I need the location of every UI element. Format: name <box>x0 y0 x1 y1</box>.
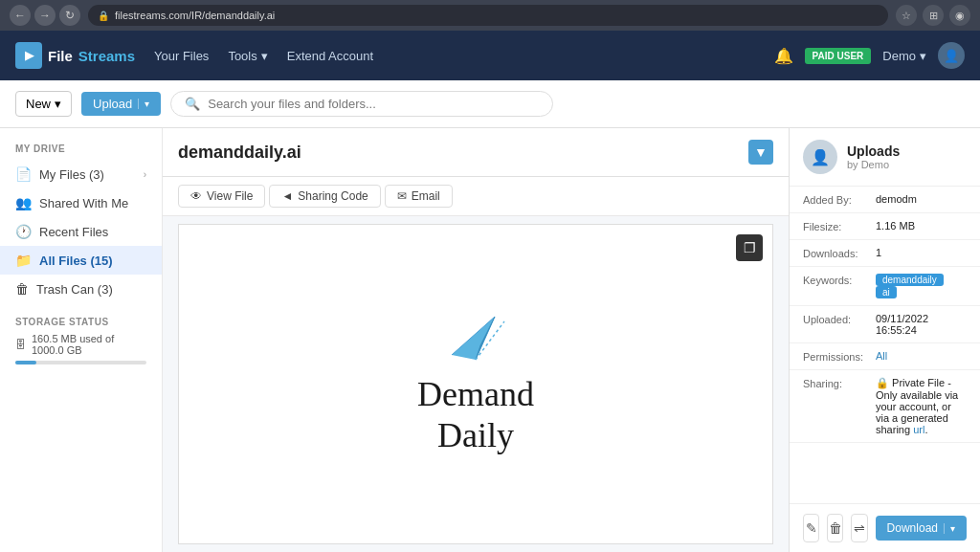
all-files-count: (15) <box>90 254 112 268</box>
shared-label: Shared With Me <box>39 196 128 210</box>
browser-icons: ☆ ⊞ ◉ <box>896 5 970 26</box>
sharing-code-button[interactable]: ◄ Sharing Code <box>269 185 380 208</box>
added-by-label: Added By: <box>803 193 868 206</box>
extensions-icon[interactable]: ⊞ <box>923 5 944 26</box>
preview-content: Demand Daily <box>417 225 534 543</box>
email-icon: ✉ <box>397 189 407 203</box>
nav-extend-account[interactable]: Extend Account <box>287 49 373 63</box>
downloads-value: 1 <box>876 247 967 258</box>
sharing-code-label: Sharing Code <box>298 189 368 203</box>
search-input[interactable] <box>208 97 539 111</box>
keywords-label: Keywords: <box>803 274 868 286</box>
download-button[interactable]: Download ▾ <box>876 516 967 541</box>
toolbar: New ▾ Upload ▾ 🔍 <box>0 80 980 128</box>
edit-button[interactable]: ✎ <box>803 514 819 542</box>
uploaded-label: Uploaded: <box>803 313 868 325</box>
permissions-link[interactable]: All <box>876 350 887 362</box>
keyword-demanddaily: demanddaily <box>876 274 944 286</box>
view-file-label: View File <box>207 189 253 203</box>
permissions-value: All <box>876 350 967 362</box>
sharing-code-icon: ◄ <box>281 189 293 203</box>
meta-row-added-by: Added By: demodm <box>790 187 980 213</box>
sharing-url-link[interactable]: url <box>913 424 924 435</box>
browser-nav-buttons: ← → ↻ <box>10 5 80 26</box>
share-button[interactable]: ⇌ <box>851 514 867 542</box>
notification-bell[interactable]: 🔔 <box>774 47 793 65</box>
address-bar[interactable]: 🔒 filestreams.com/IR/demanddaily.ai <box>88 5 888 26</box>
sidebar-item-recent-files[interactable]: 🕐 Recent Files <box>0 217 162 246</box>
file-meta: Added By: demodm Filesize: 1.16 MB Downl… <box>790 187 980 503</box>
uploaded-value: 09/11/2022 16:55:24 <box>876 313 967 336</box>
file-header: demanddaily.ai ▼ <box>163 128 789 177</box>
email-label: Email <box>412 189 440 203</box>
nav-links: Your Files Tools ▾ Extend Account <box>154 49 755 63</box>
upload-button[interactable]: Upload ▾ <box>81 92 161 116</box>
keyword-ai: ai <box>876 286 897 298</box>
uploads-avatar: 👤 <box>803 140 837 174</box>
new-arrow-icon: ▾ <box>55 97 61 111</box>
paper-plane-icon <box>442 312 509 364</box>
logo-streams-text: Streams <box>78 48 135 64</box>
header-right: 🔔 PAID USER Demo ▾ 👤 <box>774 42 965 69</box>
download-label: Download <box>887 521 938 535</box>
trash-count: (3) <box>98 282 113 297</box>
storage-used-text: 160.5 MB used of 1000.0 GB <box>32 333 146 356</box>
expand-icon[interactable]: ❐ <box>736 234 763 261</box>
demand-daily-preview: Demand Daily <box>417 374 534 456</box>
file-header-expand-btn[interactable]: ▼ <box>748 140 773 165</box>
avatar: 👤 <box>938 42 965 69</box>
sidebar-item-shared-with-me[interactable]: 👥 Shared With Me <box>0 188 162 217</box>
view-file-button[interactable]: 👁 View File <box>178 185 265 208</box>
storage-bar <box>15 361 146 364</box>
storage-info: 🗄 160.5 MB used of 1000.0 GB <box>15 333 146 356</box>
back-button[interactable]: ← <box>10 5 31 26</box>
user-menu-arrow: ▾ <box>920 49 926 63</box>
storage-bar-fill <box>15 361 36 364</box>
email-button[interactable]: ✉ Email <box>385 185 453 208</box>
profile-icon[interactable]: ◉ <box>949 5 970 26</box>
nav-your-files[interactable]: Your Files <box>154 49 209 63</box>
right-panel: 👤 Uploads by Demo Added By: demodm Files… <box>789 128 980 552</box>
meta-row-sharing: Sharing: 🔒 Private File - Only available… <box>790 370 980 443</box>
search-icon: 🔍 <box>185 97 200 111</box>
user-name: Demo <box>882 49 916 63</box>
storage-title: STORAGE STATUS <box>15 317 146 327</box>
sharing-value: 🔒 Private File - Only available via your… <box>876 377 967 435</box>
reload-button[interactable]: ↻ <box>59 5 80 26</box>
filesize-value: 1.16 MB <box>876 220 967 232</box>
sidebar-item-all-files[interactable]: 📁 All Files (15) <box>0 246 162 275</box>
meta-row-permissions: Permissions: All <box>790 343 980 370</box>
lock-icon: 🔒 <box>98 11 109 21</box>
upload-dropdown-arrow: ▾ <box>138 99 149 109</box>
delete-button[interactable]: 🗑 <box>827 514 843 542</box>
nav-tools[interactable]: Tools ▾ <box>228 49 267 63</box>
trash-label: Trash Can (3) <box>36 282 113 297</box>
download-arrow: ▾ <box>944 523 955 534</box>
forward-button[interactable]: → <box>34 5 56 26</box>
browser-bar: ← → ↻ 🔒 filestreams.com/IR/demanddaily.a… <box>0 0 980 31</box>
preview-area: ❐ Demand Daily <box>178 224 773 544</box>
search-bar[interactable]: 🔍 <box>170 91 553 117</box>
sharing-label: Sharing: <box>803 377 868 389</box>
user-menu[interactable]: Demo ▾ <box>882 49 926 63</box>
filesize-label: Filesize: <box>803 220 868 232</box>
meta-row-downloads: Downloads: 1 <box>790 240 980 267</box>
bookmark-icon[interactable]: ☆ <box>896 5 917 26</box>
new-button[interactable]: New ▾ <box>15 91 72 117</box>
file-title: demanddaily.ai <box>178 143 301 163</box>
meta-row-filesize: Filesize: 1.16 MB <box>790 213 980 240</box>
my-files-icon: 📄 <box>15 166 32 182</box>
meta-row-keywords: Keywords: demanddaily ai <box>790 267 980 306</box>
file-actions: 👁 View File ◄ Sharing Code ✉ Email <box>163 177 789 216</box>
sidebar: MY DRIVE 📄 My Files (3) › 👥 Shared With … <box>0 128 163 552</box>
main-layout: MY DRIVE 📄 My Files (3) › 👥 Shared With … <box>0 128 980 552</box>
sidebar-item-trash[interactable]: 🗑 Trash Can (3) <box>0 275 162 303</box>
view-file-icon: 👁 <box>190 189 202 203</box>
my-drive-title: MY DRIVE <box>0 140 162 160</box>
sidebar-item-my-files[interactable]: 📄 My Files (3) › <box>0 160 162 188</box>
my-files-count: (3) <box>89 167 104 182</box>
logo-file-text: File <box>48 48 73 64</box>
demand-text-line1: Demand <box>417 374 534 415</box>
my-files-arrow: › <box>144 169 146 180</box>
meta-row-uploaded: Uploaded: 09/11/2022 16:55:24 <box>790 306 980 343</box>
